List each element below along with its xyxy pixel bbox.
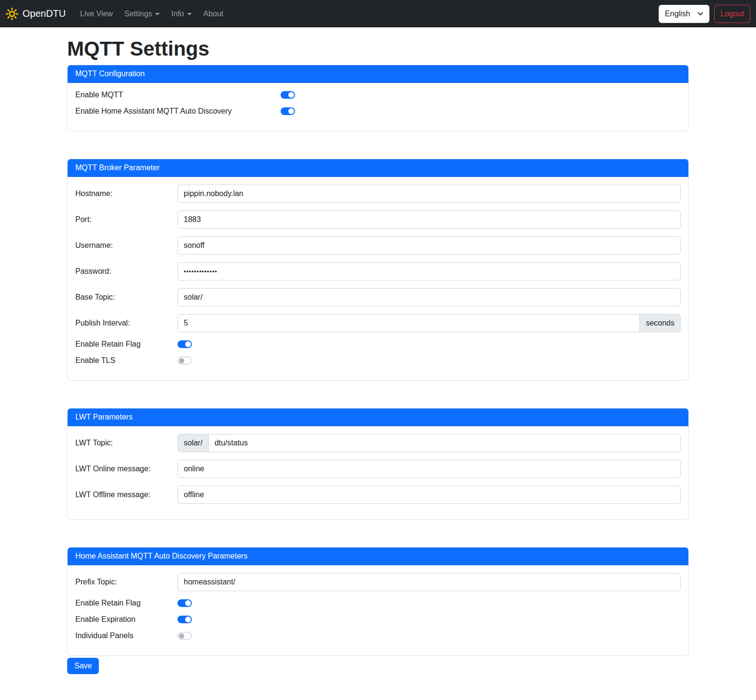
- row-lwt-offline: LWT Offline message:: [75, 486, 681, 504]
- ha-individual-panels-label: Individual Panels: [75, 631, 177, 640]
- ha-enable-retain-toggle[interactable]: [177, 599, 192, 607]
- row-lwt-topic: LWT Topic: solar/: [75, 434, 681, 452]
- base-topic-label: Base Topic:: [75, 293, 177, 302]
- lwt-topic-label: LWT Topic:: [75, 439, 177, 447]
- save-button[interactable]: Save: [67, 658, 99, 674]
- chevron-down-icon: [155, 13, 160, 15]
- enable-ha-discovery-label: Enable Home Assistant MQTT Auto Discover…: [75, 107, 281, 116]
- nav-item-live-view[interactable]: Live View: [76, 6, 117, 22]
- base-topic-input[interactable]: [177, 288, 681, 306]
- card-ha-discovery-parameters: Home Assistant MQTT Auto Discovery Param…: [67, 547, 689, 656]
- card-header-lwt-parameters: LWT Parameters: [68, 408, 688, 426]
- chevron-down-icon: [697, 12, 703, 16]
- port-label: Port:: [75, 215, 177, 224]
- card-header-mqtt-configuration: MQTT Configuration: [68, 65, 688, 83]
- navbar: OpenDTU Live View Settings Info About En…: [0, 0, 756, 27]
- lwt-topic-prefix: solar/: [177, 434, 209, 452]
- card-mqtt-configuration: MQTT Configuration Enable MQTT Enable Ho…: [67, 65, 689, 131]
- page-title: MQTT Settings: [67, 37, 689, 60]
- row-prefix-topic: Prefix Topic:: [75, 573, 681, 591]
- row-ha-enable-retain: Enable Retain Flag: [75, 599, 681, 607]
- navbar-right: English Logout: [659, 5, 750, 23]
- row-hostname: Hostname:: [75, 185, 681, 203]
- chevron-down-icon: [187, 13, 192, 15]
- row-password: Password:: [75, 262, 681, 280]
- port-input[interactable]: [177, 210, 681, 229]
- lwt-online-input[interactable]: [177, 460, 681, 478]
- lwt-offline-label: LWT Offline message:: [75, 490, 177, 499]
- brand-link[interactable]: OpenDTU: [6, 8, 66, 20]
- enable-ha-discovery-toggle[interactable]: [281, 107, 295, 115]
- row-ha-individual-panels: Individual Panels: [75, 631, 681, 640]
- lwt-online-label: LWT Online message:: [75, 465, 177, 473]
- ha-enable-retain-label: Enable Retain Flag: [75, 599, 177, 607]
- sun-icon: [6, 8, 18, 20]
- ha-individual-panels-toggle[interactable]: [177, 632, 192, 640]
- enable-retain-toggle[interactable]: [177, 340, 192, 348]
- username-input[interactable]: [177, 236, 681, 255]
- lwt-topic-input[interactable]: [208, 434, 681, 452]
- row-enable-mqtt: Enable MQTT: [75, 91, 681, 99]
- nav-links: Live View Settings Info About: [74, 6, 229, 22]
- password-label: Password:: [75, 267, 177, 276]
- enable-tls-toggle[interactable]: [177, 357, 192, 364]
- nav-item-info[interactable]: Info: [167, 6, 196, 22]
- brand-label: OpenDTU: [23, 8, 66, 19]
- row-port: Port:: [75, 210, 681, 229]
- publish-interval-label: Publish Interval:: [75, 319, 177, 327]
- card-lwt-parameters: LWT Parameters LWT Topic: solar/ LWT Onl…: [67, 408, 689, 520]
- enable-mqtt-label: Enable MQTT: [75, 91, 281, 99]
- row-username: Username:: [75, 236, 681, 255]
- ha-enable-expiration-toggle[interactable]: [177, 616, 192, 623]
- nav-item-about[interactable]: About: [200, 6, 227, 22]
- row-ha-enable-expiration: Enable Expiration: [75, 615, 681, 624]
- publish-interval-unit: seconds: [639, 314, 681, 332]
- hostname-input[interactable]: [177, 185, 681, 203]
- prefix-topic-label: Prefix Topic:: [75, 578, 177, 586]
- main-content: MQTT Settings MQTT Configuration Enable …: [61, 37, 695, 685]
- ha-enable-expiration-label: Enable Expiration: [75, 615, 177, 624]
- language-select[interactable]: English: [659, 5, 709, 23]
- lwt-offline-input[interactable]: [177, 486, 681, 504]
- card-header-ha-discovery-parameters: Home Assistant MQTT Auto Discovery Param…: [68, 548, 688, 565]
- language-selected-value: English: [665, 10, 690, 18]
- row-publish-interval: Publish Interval: seconds: [75, 314, 681, 332]
- row-enable-ha-discovery: Enable Home Assistant MQTT Auto Discover…: [75, 107, 681, 116]
- enable-tls-label: Enable TLS: [75, 356, 177, 365]
- publish-interval-input[interactable]: [177, 314, 640, 332]
- row-lwt-online: LWT Online message:: [75, 460, 681, 478]
- enable-retain-label: Enable Retain Flag: [75, 340, 177, 349]
- prefix-topic-input[interactable]: [177, 573, 681, 591]
- nav-item-settings[interactable]: Settings: [120, 6, 164, 22]
- card-header-mqtt-broker-parameter: MQTT Broker Parameter: [68, 159, 688, 177]
- row-base-topic: Base Topic:: [75, 288, 681, 306]
- row-enable-retain: Enable Retain Flag: [75, 340, 681, 349]
- enable-mqtt-toggle[interactable]: [281, 91, 295, 99]
- row-enable-tls: Enable TLS: [75, 356, 681, 365]
- username-label: Username:: [75, 241, 177, 250]
- hostname-label: Hostname:: [75, 189, 177, 198]
- password-input[interactable]: [177, 262, 681, 280]
- card-mqtt-broker-parameter: MQTT Broker Parameter Hostname: Port: Us…: [67, 159, 689, 381]
- navbar-left: OpenDTU Live View Settings Info About: [6, 6, 229, 22]
- logout-button[interactable]: Logout: [714, 5, 750, 23]
